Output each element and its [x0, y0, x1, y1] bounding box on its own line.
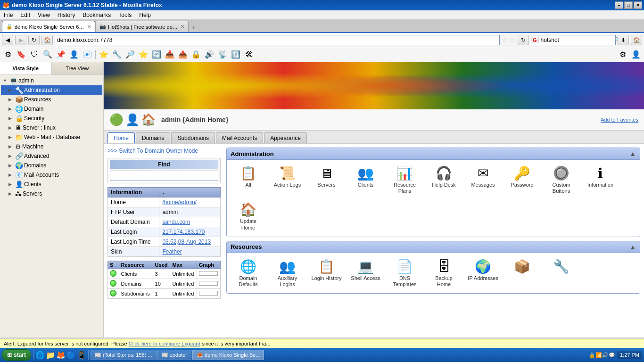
tree-item-server[interactable]: ▶ 🖥 Server : linux — [1, 123, 102, 132]
add-favorites-link[interactable]: Add to Favorites — [601, 117, 638, 123]
admin-icon-item-6[interactable]: ✉Messages — [465, 164, 501, 196]
tree-item-administration[interactable]: ▶ 🔧 Administration — [1, 85, 102, 95]
toolbar-icon-18[interactable]: 🔃 — [230, 49, 242, 61]
switch-domain-link[interactable]: >>> Switch To Domain Owner Mode — [107, 148, 221, 154]
toolbar-icon-8[interactable]: ⭐ — [98, 49, 110, 61]
forward-button[interactable]: ▶ — [15, 35, 26, 45]
administration-collapse-btn[interactable]: ▲ — [629, 150, 636, 157]
menu-history[interactable]: History — [56, 11, 77, 19]
tree-item-advanced[interactable]: ▶ 🔗 Advanced — [1, 151, 102, 161]
taskbar-firefox-icon[interactable]: 🦊 — [56, 351, 66, 360]
toolbar-icon-14[interactable]: 📤 — [177, 49, 189, 61]
info-value-default-domain[interactable]: sahdu.com — [159, 217, 221, 227]
tree-item-clients[interactable]: ▶ 👤 Clients — [1, 180, 102, 189]
minimize-button[interactable]: – — [615, 1, 623, 9]
tree-item-domain[interactable]: ▶ 🌐 Domain — [1, 104, 102, 114]
admin-icon-item-1[interactable]: 📜Action Logs — [270, 164, 305, 196]
toolbar-icon-7[interactable]: 📧 — [81, 49, 93, 61]
bookmark-star2[interactable]: ☆ — [510, 36, 516, 44]
info-value-skin[interactable]: Feather — [159, 247, 221, 257]
alert-link[interactable]: Click here to configure Lxguard — [129, 341, 200, 346]
start-button[interactable]: ⊞ start — [2, 349, 31, 361]
admin-icon-item-4[interactable]: 📊Resource Plans — [387, 164, 422, 196]
menu-tools[interactable]: Tools — [116, 11, 133, 19]
toolbar-icon-17[interactable]: 📡 — [216, 49, 229, 61]
tab-home[interactable]: Home — [107, 132, 135, 143]
search-engine-logo[interactable]: G — [531, 37, 539, 43]
new-tab-button[interactable]: + — [189, 22, 199, 32]
admin-icon-item-8[interactable]: 🔘Custom Buttons — [544, 164, 579, 196]
toolbar-icon-6[interactable]: 👤 — [68, 49, 80, 61]
resources-icon-item-7[interactable]: 📦 — [504, 257, 540, 289]
toolbar-icon-16[interactable]: 🔊 — [203, 49, 215, 61]
menu-edit[interactable]: Edit — [18, 11, 32, 19]
resources-icon-item-2[interactable]: 📋Login History — [309, 257, 344, 289]
toolbar-icon-21[interactable]: 👤 — [630, 49, 642, 61]
menu-file[interactable]: File — [2, 11, 15, 19]
taskbar-app-1[interactable]: 📰 (Total Stories: 158) ... — [91, 350, 157, 360]
back-button[interactable]: ◀ — [2, 35, 13, 45]
taskbar-folder-icon[interactable]: 📁 — [46, 351, 55, 360]
resources-icon-item-3[interactable]: 💻Shell Access — [348, 257, 383, 289]
search-input[interactable] — [539, 35, 613, 45]
toolbar-icon-4[interactable]: 🔍 — [41, 49, 54, 61]
tree-item-mail[interactable]: ▶ 📧 Mail Accounts — [1, 170, 102, 180]
resources-collapse-btn[interactable]: ▲ — [629, 243, 636, 251]
resources-icon-item-1[interactable]: 👥Auxiliary Logins — [270, 257, 305, 289]
admin-icon-item-2[interactable]: 🖥Servers — [309, 164, 344, 196]
resources-icon-item-5[interactable]: 🗄Backup Home — [426, 257, 462, 289]
toolbar-icon-10[interactable]: 🔎 — [124, 49, 136, 61]
download-button[interactable]: ⬇ — [618, 35, 629, 45]
sidebar-tab-tree[interactable]: Tree View — [52, 62, 104, 74]
maximize-button[interactable]: □ — [624, 1, 633, 9]
toolbar-icon-1[interactable]: ⚙ — [2, 49, 14, 61]
menu-bookmarks[interactable]: Bookmarks — [81, 11, 113, 19]
toolbar-icon-15[interactable]: 🔒 — [190, 49, 202, 61]
tree-item-admin[interactable]: ▼ 💻 admin — [1, 76, 102, 85]
url-input[interactable] — [55, 35, 500, 45]
admin-icon-item-9[interactable]: ℹInformation — [583, 164, 618, 196]
refresh-button[interactable]: ↻ — [518, 35, 529, 45]
admin-icon-item-10[interactable]: 🏠Update Home — [231, 200, 266, 232]
tab-subdomains[interactable]: Subdomains — [171, 132, 215, 143]
browser-tab-1[interactable]: 🔒 demo Kloxo Single Server 6.1.12 Stable… — [2, 21, 95, 32]
find-input[interactable] — [110, 171, 218, 181]
admin-icon-item-3[interactable]: 👥Clients — [348, 164, 383, 196]
toolbar-icon-5[interactable]: 📌 — [55, 49, 67, 61]
toolbar-icon-11[interactable]: ⭐ — [137, 49, 149, 61]
toolbar-icon-19[interactable]: 🛠 — [243, 49, 255, 61]
home-btn2[interactable]: 🏠 — [631, 35, 642, 45]
reload-button[interactable]: ↻ — [28, 35, 40, 45]
tab-close-2[interactable]: ✕ — [181, 24, 184, 29]
info-value-last-login-time[interactable]: 03.52,08-Aug-2013 — [159, 237, 221, 247]
tab-appearance[interactable]: Appearance — [264, 132, 307, 143]
info-value-home[interactable]: /home/admin/ — [159, 197, 221, 207]
tab-mail-accounts[interactable]: Mail Accounts — [216, 132, 263, 143]
resources-icon-item-6[interactable]: 🌍IP Addresses — [465, 257, 501, 289]
toolbar-icon-13[interactable]: 📥 — [164, 49, 176, 61]
admin-icon-item-5[interactable]: 🎧Help Desk — [426, 164, 462, 196]
admin-icon-item-7[interactable]: 🔑Password — [504, 164, 540, 196]
taskbar-app-2[interactable]: 📰 updater — [157, 350, 191, 360]
taskbar-app-3[interactable]: 🦊 demo Kloxo Single Se... — [192, 350, 264, 360]
bookmark-star[interactable]: ☆ — [502, 36, 508, 44]
tree-item-machine[interactable]: ▶ ⚙ Machine — [1, 142, 102, 151]
menu-help[interactable]: Help — [137, 11, 153, 19]
toolbar-icon-2[interactable]: 🔖 — [15, 49, 27, 61]
taskbar-chrome-icon[interactable]: 🔵 — [66, 351, 76, 360]
toolbar-icon-3[interactable]: 🛡 — [28, 49, 41, 61]
home-button[interactable]: 🏠 — [41, 35, 53, 45]
toolbar-icon-9[interactable]: 🔧 — [111, 49, 123, 61]
tab-close-1[interactable]: ✕ — [87, 24, 91, 29]
tree-item-web[interactable]: ▶ 📁 Web - Mail - Database — [1, 132, 102, 142]
tree-item-security[interactable]: ▶ 🔒 Security — [1, 114, 102, 123]
toolbar-icon-20[interactable]: ⚙ — [617, 49, 629, 61]
tree-item-servers[interactable]: ▶ 🖧 Servers — [1, 189, 102, 198]
resources-icon-item-8[interactable]: 🔧 — [544, 257, 579, 289]
close-button[interactable]: ✕ — [634, 1, 642, 9]
info-value-last-login[interactable]: 217.174.183.170 — [159, 227, 221, 237]
toolbar-icon-12[interactable]: 🔄 — [150, 49, 163, 61]
taskbar-ie-icon[interactable]: 🌐 — [35, 351, 45, 360]
resources-icon-item-0[interactable]: 🌐Domain Defaults — [231, 257, 266, 289]
sidebar-tab-vista[interactable]: Vista Style — [0, 62, 52, 74]
